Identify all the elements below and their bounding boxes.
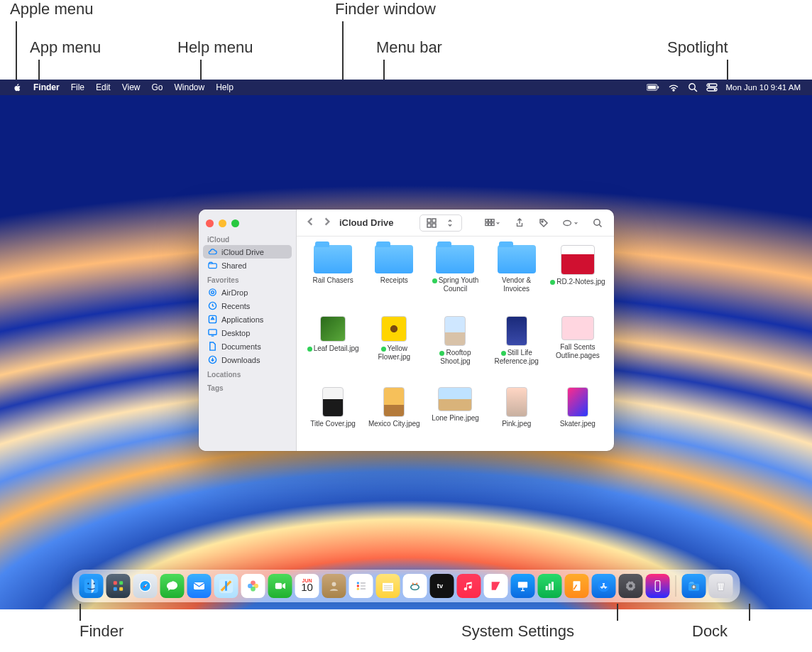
control-center-icon[interactable] [702,83,722,92]
svg-point-44 [248,584,253,589]
svg-point-11 [211,291,214,294]
menu-go[interactable]: Go [146,82,169,92]
desktop-icon [207,328,217,337]
svg-rect-55 [384,587,393,588]
nav-back-button[interactable] [305,217,315,229]
svg-line-4 [694,89,696,91]
share-button[interactable] [512,217,527,229]
search-button[interactable] [590,217,605,229]
sidebar-item-applications[interactable]: Applications [199,313,296,326]
file-skater[interactable]: Skater.jpeg [549,387,607,451]
svg-point-32 [94,583,95,585]
dock-item-contacts[interactable] [322,574,346,598]
document-icon [207,342,217,351]
sidebar-item-downloads[interactable]: Downloads [199,353,296,366]
clock[interactable]: Mon Jun 10 9:41 AM [722,83,805,92]
svg-rect-19 [432,224,436,227]
menu-view[interactable]: View [116,82,146,92]
dock-item-iphone-mirroring[interactable] [646,574,670,598]
dock-item-maps[interactable] [214,574,238,598]
window-zoom-button[interactable] [231,219,239,227]
group-by-button[interactable] [482,217,503,229]
view-switcher[interactable] [419,214,462,232]
svg-rect-22 [492,219,495,222]
dock-item-news[interactable] [484,574,508,598]
svg-rect-16 [427,219,431,222]
dock-item-downloads[interactable] [682,574,706,598]
action-button[interactable] [560,217,581,229]
battery-icon[interactable] [642,84,664,91]
dock-item-trash[interactable] [709,574,733,598]
dock-item-reminders[interactable] [349,574,373,598]
menu-edit[interactable]: Edit [90,82,116,92]
dock-item-tv[interactable]: tv [430,574,454,598]
window-minimize-button[interactable] [219,219,226,227]
sidebar-item-label: Desktop [221,329,250,337]
dock-item-messages[interactable] [160,574,185,598]
svg-rect-48 [361,582,366,584]
dock-item-facetime[interactable] [268,574,292,598]
svg-point-26 [542,221,543,222]
file-still-life[interactable]: Still Life Reference.jpg [488,316,546,384]
dock-item-pages[interactable] [565,574,589,598]
file-mexico-city[interactable]: Mexico City.jpeg [365,387,423,451]
sidebar-item-airdrop[interactable]: AirDrop [199,286,296,299]
svg-line-70 [627,582,628,583]
dock-item-freeform[interactable] [403,574,427,598]
file-rd2-notes[interactable]: RD.2-Notes.jpg [549,245,607,313]
callout-spotlight: Spotlight [667,38,728,57]
sidebar-item-icloud-drive[interactable]: iCloud Drive [203,245,292,259]
folder-spring-youth-council[interactable]: Spring Youth Council [426,245,484,313]
wifi-icon[interactable] [664,83,684,92]
sidebar-item-label: Shared [221,261,246,270]
tags-button[interactable] [536,217,552,229]
sidebar-item-documents[interactable]: Documents [199,339,296,353]
svg-rect-54 [384,585,393,586]
menu-help[interactable]: Help [210,82,239,92]
svg-point-46 [332,582,336,587]
sidebar-item-shared[interactable]: Shared [199,259,296,272]
svg-rect-25 [492,223,495,226]
dock-item-photos[interactable] [241,574,265,598]
green-tag-dot [439,351,444,356]
dock-item-system-settings[interactable] [619,574,643,598]
app-menu[interactable]: Finder [28,82,65,92]
folder-receipts[interactable]: Receipts [365,245,423,313]
svg-point-28 [594,219,600,224]
folder-vendor-invoices[interactable]: Vendor & Invoices [488,245,546,313]
spotlight-icon[interactable] [684,82,702,92]
folder-rail-chasers[interactable]: Rail Chasers [304,245,362,313]
dock-item-appstore[interactable] [592,574,616,598]
green-tag-dot [307,347,312,352]
dock-item-calendar[interactable]: JUN 10 [295,574,319,598]
dock-item-launchpad[interactable] [106,574,131,598]
menu-window[interactable]: Window [169,82,211,92]
file-rooftop-shoot[interactable]: Rooftop Shoot.jpg [426,316,484,384]
sidebar-section-locations: Locations [199,366,296,380]
file-fall-scents[interactable]: Fall Scents Outline.pages [549,316,607,384]
apple-menu[interactable] [7,83,28,92]
file-title-cover[interactable]: Title Cover.jpg [304,387,362,451]
dock-item-notes[interactable] [376,574,400,598]
dock-item-safari[interactable] [133,574,158,598]
dock-item-numbers[interactable] [538,574,562,598]
desktop: Finder File Edit View Go Window Help Mon… [0,80,812,609]
file-leaf-detail[interactable]: Leaf Detail.jpg [304,316,362,384]
menu-file[interactable]: File [65,82,90,92]
svg-rect-20 [485,219,488,222]
dock-item-finder[interactable] [79,574,104,598]
sidebar-item-recents[interactable]: Recents [199,299,296,313]
svg-rect-53 [383,583,393,592]
sidebar-item-desktop[interactable]: Desktop [199,326,296,339]
nav-forward-button[interactable] [322,217,332,229]
dock-item-mail[interactable] [187,574,212,598]
file-lone-pine[interactable]: Lone Pine.jpeg [426,387,484,451]
dock-item-keynote[interactable] [511,574,535,598]
window-close-button[interactable] [206,219,214,227]
callout-finder-window: Finder window [335,0,436,18]
file-pink[interactable]: Pink.jpeg [488,387,546,451]
svg-point-6 [708,85,710,87]
svg-line-29 [599,224,601,227]
dock-item-music[interactable] [457,574,481,598]
file-yellow-flower[interactable]: Yellow Flower.jpg [365,316,423,384]
